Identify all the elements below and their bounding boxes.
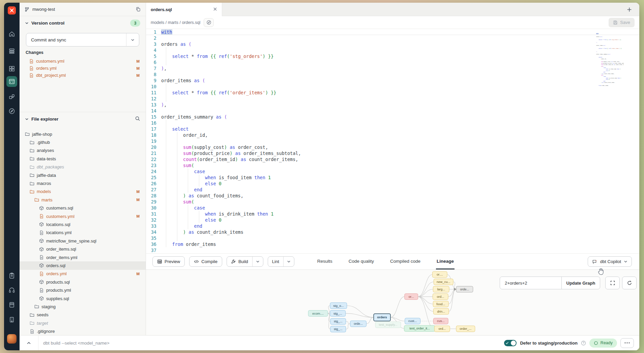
save-button[interactable]: Save (609, 18, 635, 27)
home-icon[interactable] (8, 30, 16, 38)
tree-item-.gitignore[interactable]: .gitignore (20, 327, 146, 335)
defer-toggle[interactable] (504, 340, 517, 346)
code-line-22[interactable]: 22 count(order_item_id) as count_order_i… (146, 156, 639, 162)
tree-item-products.yml[interactable]: products.yml (20, 286, 146, 294)
tree-item-marts[interactable]: martsM (20, 196, 146, 204)
copy-icon[interactable] (136, 7, 141, 12)
build-dropdown[interactable] (252, 257, 263, 266)
code-line-10[interactable]: 10 (146, 84, 639, 90)
code-line-24[interactable]: 24 case (146, 168, 639, 174)
help-icon[interactable] (581, 341, 586, 346)
tree-item-locations.yml[interactable]: locations.yml (20, 229, 146, 237)
lineage-node-order_[interactable]: order_... (456, 326, 475, 332)
lineage-node-test_order_it[interactable]: test_order_it... (404, 325, 435, 331)
compile-button[interactable]: Compile (189, 256, 222, 267)
code-line-3[interactable]: 3orders as ( (146, 41, 639, 47)
code-line-26[interactable]: 26 else 0 (146, 181, 639, 187)
branch-nodes-icon[interactable] (8, 93, 16, 101)
tree-item-order_items.sql[interactable]: order_items.sql (20, 245, 146, 253)
lineage-node-stg_[interactable]: stg_... (330, 326, 346, 332)
open-lineage-icon-button[interactable] (204, 18, 214, 27)
code-line-15[interactable]: 15order_items_summary as ( (146, 114, 639, 120)
preview-button[interactable]: Preview (152, 256, 185, 267)
code-line-1[interactable]: 1with (146, 29, 639, 35)
tree-item-jaffle-shop[interactable]: jaffle-shop (20, 130, 146, 138)
tree-item-customers.yml[interactable]: customers.ymlM (20, 212, 146, 220)
tree-item-target[interactable]: target (20, 319, 146, 327)
code-line-25[interactable]: 25 when is_food_item then 1 (146, 174, 639, 181)
code-line-31[interactable]: 31 when is_drink_item then 1 (146, 211, 639, 217)
close-icon[interactable] (213, 7, 217, 12)
lineage-node-or[interactable]: or... (405, 294, 418, 300)
lineage-node-ord[interactable]: ord... (434, 326, 450, 332)
tree-item-supplies.sql[interactable]: supplies.sql (20, 294, 146, 302)
code-line-8[interactable]: 8 (146, 71, 639, 77)
lint-dropdown[interactable] (283, 257, 294, 266)
code-line-27[interactable]: 27 end (146, 187, 639, 193)
expand-command-bar-button[interactable] (20, 335, 38, 350)
lineage-node-stg_o[interactable]: stg_o... (330, 302, 347, 309)
clipboard-icon[interactable] (8, 271, 16, 280)
code-line-23[interactable]: 23 sum( (146, 162, 639, 168)
code-line-11[interactable]: 11 select * from {{ ref('order_items') }… (146, 90, 639, 96)
changed-file-dbt_project.yml[interactable]: dbt_project.ymlM (20, 72, 146, 79)
code-line-18[interactable]: 18 order_id, (146, 132, 639, 138)
tree-item-macros[interactable]: macros (20, 179, 146, 187)
tree-item-.github[interactable]: .github (20, 138, 146, 146)
tree-item-staging[interactable]: staging (20, 302, 146, 311)
code-line-20[interactable]: 20 sum(supply_cost) as order_cost, (146, 144, 639, 150)
code-line-35[interactable]: 35 (146, 235, 639, 241)
code-line-37[interactable]: 37 (146, 247, 639, 253)
code-line-30[interactable]: 30 case (146, 205, 639, 211)
tree-item-data-tests[interactable]: data-tests (20, 155, 146, 163)
code-line-6[interactable]: 6 (146, 59, 639, 65)
build-button[interactable]: Build (227, 257, 252, 266)
lineage-node-orde[interactable]: orde... (350, 321, 367, 327)
results-tab-lineage[interactable]: Lineage (436, 254, 455, 269)
compass-icon[interactable] (8, 107, 16, 115)
grid-icon[interactable] (8, 65, 16, 73)
dbt-copilot-button[interactable]: dbt Copilot (588, 256, 632, 267)
code-line-33[interactable]: 33 end (146, 223, 639, 229)
results-tab-code-quality[interactable]: Code quality (348, 254, 375, 269)
lineage-node-stg_[interactable]: stg_... (330, 310, 346, 316)
lineage-node-ecom[interactable]: ecom.... (308, 310, 328, 316)
editor-minimap[interactable]: withorders as ( select * from {{ ref('st… (596, 33, 624, 94)
code-line-36[interactable]: 36 from order_items (146, 241, 639, 247)
command-input[interactable]: dbt build --select <model_name> (38, 341, 504, 346)
lineage-node-stg_[interactable]: stg_... (330, 318, 346, 324)
lineage-node-cus[interactable]: cus... (433, 318, 448, 324)
code-line-32[interactable]: 32 else 0 (146, 217, 639, 223)
code-line-29[interactable]: 29 sum( (146, 199, 639, 205)
code-line-19[interactable]: 19 (146, 138, 639, 144)
results-tab-results[interactable]: Results (317, 254, 333, 269)
new-tab-button[interactable] (625, 5, 633, 13)
lineage-node-new_cu[interactable]: new_cu... (434, 279, 453, 285)
search-icon[interactable] (135, 116, 140, 121)
lineage-node-orde[interactable]: orde... (456, 286, 473, 292)
more-options-button[interactable] (620, 338, 634, 348)
lineage-node-food[interactable]: food... (433, 301, 448, 307)
code-line-17[interactable]: 17 select (146, 126, 639, 132)
tab-orders-sql[interactable]: orders.sql (146, 3, 222, 16)
tree-item-locations.sql[interactable]: locations.sql (20, 220, 146, 228)
tree-item-order_items.yml[interactable]: order_items.yml (20, 253, 146, 261)
lineage-node-orders[interactable]: orders (374, 314, 390, 321)
fullscreen-button[interactable] (605, 277, 620, 289)
update-graph-button[interactable]: Update Graph (561, 277, 600, 289)
commit-select-chevron[interactable] (126, 33, 139, 46)
avatar[interactable] (7, 334, 17, 344)
tree-item-products.sql[interactable]: products.sql (20, 278, 146, 286)
tree-item-metricflow_time_spine.sql[interactable]: metricflow_time_spine.sql (20, 237, 146, 245)
headphones-icon[interactable] (8, 286, 16, 294)
changed-file-orders.yml[interactable]: orders.ymlM (20, 65, 146, 72)
changed-file-customers.yml[interactable]: customers.ymlM (20, 58, 146, 65)
tree-item-orders.yml[interactable]: orders.ymlM (20, 270, 146, 278)
lineage-node-ord[interactable]: ord... (433, 294, 448, 300)
commit-and-sync-select[interactable]: Commit and sync (26, 33, 139, 46)
lineage-selector-input[interactable]: 2+orders+2 (500, 277, 561, 289)
lineage-node-larg[interactable]: larg... (433, 286, 449, 292)
results-tab-compiled-code[interactable]: Compiled code (389, 254, 421, 269)
develop-icon[interactable] (6, 76, 17, 87)
lineage-node-or[interactable]: or.... (432, 271, 447, 278)
